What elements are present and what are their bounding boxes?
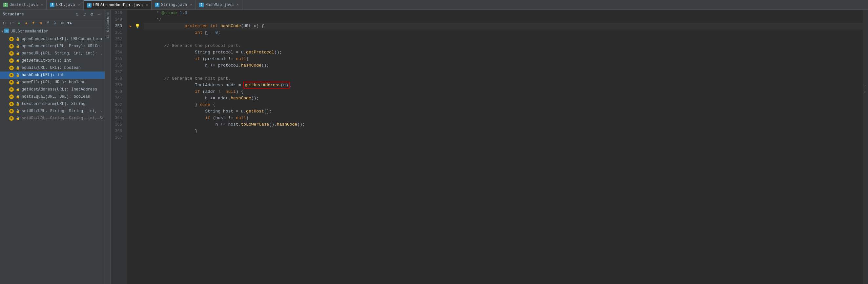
tree-item-2[interactable]: m 🔒 parseURL(URL, String, int, int): voi…	[0, 50, 105, 57]
method-badge-3: m	[9, 58, 14, 63]
code-line-357	[144, 69, 863, 75]
tab-hashmap-label: HashMap.java	[205, 3, 234, 7]
tab-hashmap-close[interactable]: ×	[237, 3, 239, 7]
item-text-4: equals(URL, URL): boolean	[22, 66, 81, 70]
ln-366: 366	[111, 128, 125, 134]
tree-item-4[interactable]: m 🔒 equals(URL, URL): boolean	[0, 64, 105, 71]
tree-item-7[interactable]: m 🔒 getHostAddress(URL): InetAddress	[0, 86, 105, 93]
tree-item-0[interactable]: m 🔒 openConnection(URL): URLConnection	[0, 35, 105, 43]
tree-root-urlstreamhandler[interactable]: ▼ C URLStreamHandler	[0, 28, 105, 35]
settings-btn[interactable]: ⚙	[89, 11, 95, 18]
tree-item-8[interactable]: m 🔒 hostsEqual(URL, URL): boolean	[0, 93, 105, 100]
fold-icon-359: ▷	[864, 84, 866, 87]
expand2-btn[interactable]: ▼▲	[66, 20, 73, 27]
rfg-360[interactable]: ▷	[863, 89, 868, 95]
gutter-357	[127, 69, 134, 75]
tab-string-close[interactable]: ×	[190, 3, 192, 7]
code-line-367	[144, 134, 863, 141]
rfg-353	[863, 43, 868, 49]
filter-protected-btn[interactable]: ●	[23, 20, 30, 27]
sidebar-toolbar: ⇅ ⇵ ⚙ ─	[74, 11, 102, 18]
tree-item-6[interactable]: m 🔒 sameFile(URL, URL): boolean	[0, 79, 105, 86]
lock-icon-4: 🔒	[16, 66, 20, 70]
tab-string[interactable]: J String.java ×	[152, 0, 196, 9]
tab-dnsTest-close[interactable]: ×	[41, 3, 43, 7]
sort2-btn[interactable]: ⇵	[82, 11, 88, 18]
line-numbers: 348 349 350 351 352 353 354 355 356 357 …	[111, 10, 127, 284]
gutter-352	[127, 36, 134, 43]
code-editor[interactable]: * @since 1.3 */ protected int hashCode(U…	[141, 10, 863, 284]
root-chevron: ▼	[1, 30, 3, 33]
tree-item-5[interactable]: m 🔒 hashCode(URL): int	[0, 71, 105, 79]
rfg-367	[863, 134, 868, 141]
filter-method-btn[interactable]: m	[37, 20, 44, 27]
ln-353: 353	[111, 43, 125, 49]
rfg-361	[863, 95, 868, 102]
sort-alpha-asc-btn[interactable]: ↑↓	[1, 20, 8, 27]
gutter-362	[127, 102, 134, 108]
lb-366	[134, 128, 141, 134]
lb-364	[134, 115, 141, 121]
tab-hashmap[interactable]: J HashMap.java ×	[196, 0, 242, 9]
ln-358: 358	[111, 75, 125, 82]
lb-353	[134, 43, 141, 49]
tree-item-11[interactable]: m 🔒 setURL(URL, String, String, int, Str…	[0, 115, 105, 122]
rfg-365	[863, 121, 868, 128]
method-badge-6: m	[9, 80, 14, 85]
expand-btn[interactable]: ⊞	[59, 20, 66, 27]
tree-item-10[interactable]: m 🔒 setURL(URL, String, String, int, Str…	[0, 107, 105, 115]
fold-icon-360: ▷	[864, 90, 866, 94]
lb-350[interactable]: 💡	[134, 23, 141, 30]
tab-url[interactable]: J URL.java ×	[46, 0, 84, 9]
tab-urlstreamhandler-close[interactable]: ×	[146, 3, 148, 7]
tree-item-1[interactable]: m 🔒 openConnection(URL, Proxy): URLConne…	[0, 43, 105, 50]
tab-string-label: String.java	[161, 3, 187, 7]
tab-urlstreamhandler[interactable]: J URLStreamHandler.java ×	[84, 0, 152, 9]
lb-362	[134, 102, 141, 108]
tree-item-9[interactable]: m 🔒 toExternalForm(URL): String	[0, 100, 105, 107]
ln-364: 364	[111, 115, 125, 121]
code-line-365: h += host.toLowerCase().hashCode();	[144, 121, 863, 128]
lb-359	[134, 82, 141, 89]
minimize-btn[interactable]: ─	[96, 11, 102, 18]
ln-352: 352	[111, 36, 125, 43]
filter-field-btn[interactable]: f	[30, 20, 37, 27]
gutter-365	[127, 121, 134, 128]
filter-anon-btn[interactable]: Y	[44, 20, 51, 27]
arrow-marker-350: ▶	[130, 24, 131, 28]
gutter-364	[127, 115, 134, 121]
tree-item-3[interactable]: m 🔒 getDefaultPort(): int	[0, 57, 105, 64]
code-line-354: String protocol = u.getProtocol();	[144, 49, 863, 56]
rfg-354	[863, 49, 868, 56]
ln-359: 359	[111, 82, 125, 89]
rfg-359[interactable]: ▷	[863, 82, 868, 89]
lock-icon-7: 🔒	[16, 88, 20, 92]
sort-alpha-desc-btn[interactable]: ↓↑	[8, 20, 15, 27]
item-text-7: getHostAddress(URL): InetAddress	[22, 87, 97, 92]
ln-349: 349	[111, 17, 125, 23]
item-text-3: getDefaultPort(): int	[22, 58, 71, 63]
rfg-357	[863, 69, 868, 75]
item-text-10: setURL(URL, String, String, int, String,…	[22, 109, 103, 114]
tab-dnsTest[interactable]: J dnsTest.java ×	[0, 0, 46, 9]
sort-btn[interactable]: ⇅	[74, 11, 81, 18]
lock-icon-8: 🔒	[16, 95, 20, 99]
side-tab-label[interactable]: Z: Structure	[105, 11, 111, 40]
rfg-358	[863, 75, 868, 82]
code-348-text: * @since 1.3	[144, 10, 187, 17]
filter-public-btn[interactable]: ●	[16, 20, 22, 27]
gutter-349	[127, 17, 134, 23]
rfg-352	[863, 36, 868, 43]
main-layout: Structure ⇅ ⇵ ⚙ ─ ↑↓ ↓↑ ● ● f m Y λ ⊞ ▼▲…	[0, 10, 868, 284]
gutter-356	[127, 62, 134, 69]
method-badge-8: m	[9, 94, 14, 99]
ln-360: 360	[111, 89, 125, 95]
ln-350: 350	[111, 23, 125, 30]
lock-icon-0: 🔒	[16, 37, 20, 41]
filter-lambda-btn[interactable]: λ	[52, 20, 58, 27]
item-text-0: openConnection(URL): URLConnection	[22, 37, 102, 41]
lb-360	[134, 89, 141, 95]
lock-icon-2: 🔒	[16, 52, 20, 56]
tab-url-close[interactable]: ×	[78, 3, 81, 7]
rfg-349	[863, 17, 868, 23]
